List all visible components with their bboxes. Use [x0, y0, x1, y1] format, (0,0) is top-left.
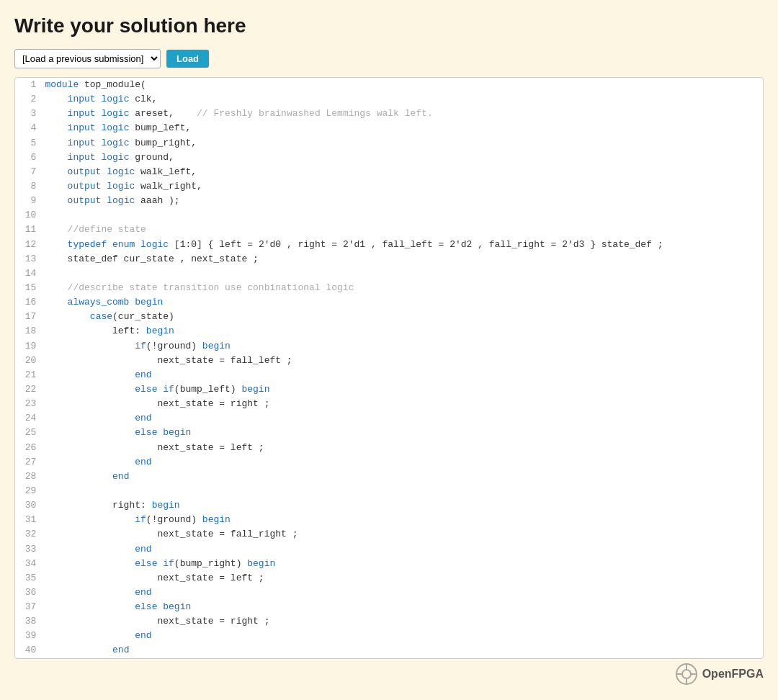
line-code: input logic bump_right,	[45, 136, 763, 151]
line-number: 40	[15, 643, 45, 658]
kw-token: end	[135, 587, 151, 598]
table-row: 22 else if(bump_left) begin	[15, 382, 763, 397]
id-token: next_state = left ;	[45, 573, 264, 583]
kw-token: if	[135, 514, 146, 525]
table-row: 20 next_state = fall_left ;	[15, 354, 763, 368]
kw-token: end	[135, 630, 151, 641]
page-title: Write your solution here	[14, 14, 764, 37]
line-code: end	[45, 470, 763, 484]
id-token	[45, 601, 135, 612]
line-number: 2	[15, 92, 45, 107]
line-code: output logic aaah );	[45, 194, 763, 208]
kw-token: module	[45, 79, 79, 90]
id-token: walk_right,	[135, 181, 202, 192]
table-row: 7 output logic walk_left,	[15, 165, 763, 179]
id-token	[45, 341, 135, 351]
submission-select[interactable]: [Load a previous submission]	[14, 49, 161, 68]
toolbar: [Load a previous submission] Load	[14, 49, 764, 68]
id-token	[45, 471, 112, 482]
id-token: (!ground)	[146, 514, 202, 525]
load-button[interactable]: Load	[166, 50, 209, 68]
table-row: 28 end	[15, 470, 763, 484]
table-row: 27 end	[15, 455, 763, 470]
table-row: 18 left: begin	[15, 324, 763, 338]
kw-token: end	[135, 457, 151, 467]
line-number: 9	[15, 194, 45, 208]
kw-token: logic	[101, 195, 135, 206]
kw-token: enum	[107, 239, 135, 250]
line-code: next_state = fall_right ;	[45, 527, 763, 542]
openfpga-logo-icon	[675, 663, 698, 686]
kw-token: output	[45, 166, 101, 177]
id-token: state_def cur_state , next_state ;	[45, 253, 258, 264]
line-number: 30	[15, 498, 45, 513]
table-row: 29	[15, 484, 763, 498]
table-row: 24 end	[15, 411, 763, 426]
kw-token: end	[135, 413, 151, 423]
line-code: end	[45, 585, 763, 600]
line-number: 32	[15, 527, 45, 542]
line-number: 8	[15, 179, 45, 194]
line-number: 7	[15, 165, 45, 179]
table-row: 8 output logic walk_right,	[15, 179, 763, 194]
line-code: end	[45, 455, 763, 470]
line-number: 39	[15, 629, 45, 643]
table-row: 30 right: begin	[15, 498, 763, 513]
kw-token: input	[45, 138, 95, 148]
table-row: 21 end	[15, 368, 763, 382]
kw-token: end	[112, 645, 129, 655]
line-code: typedef enum logic [1:0] { left = 2'd0 ,…	[45, 238, 763, 252]
table-row: 38 next_state = right ;	[15, 614, 763, 629]
table-row: 14	[15, 266, 763, 281]
table-row: 5 input logic bump_right,	[15, 136, 763, 151]
line-number: 6	[15, 151, 45, 165]
table-row: 36 end	[15, 585, 763, 600]
table-row: 32 next_state = fall_right ;	[15, 527, 763, 542]
line-number: 28	[15, 470, 45, 484]
id-token	[45, 587, 135, 598]
code-table: 1module top_module(2 input logic clk,3 i…	[15, 78, 763, 658]
line-code: if(!ground) begin	[45, 513, 763, 527]
line-code: case(cur_state)	[45, 310, 763, 324]
line-number: 37	[15, 600, 45, 614]
line-number: 17	[15, 310, 45, 324]
table-row: 16 always_comb begin	[15, 295, 763, 310]
svg-point-1	[682, 670, 691, 678]
kw-token: logic	[101, 166, 135, 177]
line-number: 15	[15, 281, 45, 295]
line-code: end	[45, 643, 763, 658]
line-number: 31	[15, 513, 45, 527]
line-code: next_state = left ;	[45, 571, 763, 585]
kw-token: always_comb	[45, 297, 129, 308]
id-token: clk,	[129, 94, 157, 104]
id-token: [1:0] { left = 2'd0 , right = 2'd1 , fal…	[169, 239, 663, 250]
kw-token: begin	[247, 558, 275, 569]
line-code: end	[45, 542, 763, 557]
table-row: 40 end	[15, 643, 763, 658]
id-token	[45, 558, 135, 569]
line-code: always_comb begin	[45, 295, 763, 310]
line-code: module top_module(	[45, 78, 763, 92]
comment-token: // Freshly brainwashed Lemmings walk lef…	[197, 108, 433, 119]
line-number: 13	[15, 252, 45, 266]
table-row: 3 input logic areset, // Freshly brainwa…	[15, 107, 763, 121]
kw-token: end	[135, 369, 151, 380]
id-token	[45, 427, 135, 438]
table-row: 39 end	[15, 629, 763, 643]
kw-token: begin	[152, 500, 180, 511]
id-token: next_state = right ;	[45, 616, 269, 627]
kw-token: input	[45, 122, 95, 133]
line-code: //define state	[45, 223, 763, 237]
kw-token: logic	[96, 138, 130, 148]
line-number: 25	[15, 426, 45, 440]
line-number: 14	[15, 266, 45, 281]
table-row: 31 if(!ground) begin	[15, 513, 763, 527]
line-number: 38	[15, 614, 45, 629]
table-row: 35 next_state = left ;	[15, 571, 763, 585]
code-editor[interactable]: 1module top_module(2 input logic clk,3 i…	[14, 77, 764, 659]
line-number: 11	[15, 223, 45, 237]
line-number: 4	[15, 121, 45, 135]
table-row: 2 input logic clk,	[15, 92, 763, 107]
line-number: 12	[15, 238, 45, 252]
id-token: next_state = left ;	[45, 442, 264, 453]
